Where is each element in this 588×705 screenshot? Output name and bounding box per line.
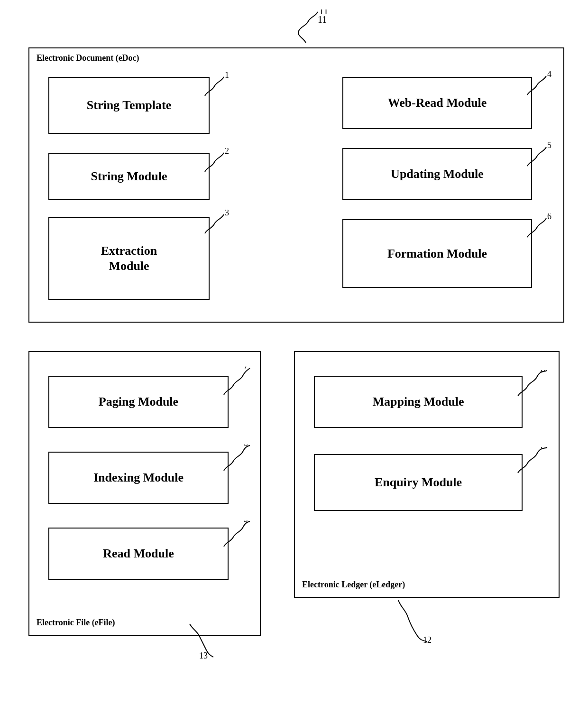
string-template-label: String Template (87, 98, 171, 112)
wavy-ref12: 12 (389, 598, 446, 645)
eledger-outer-box: Mapping Module 10 Enquiry Module 14 Elec… (294, 351, 560, 598)
efile-outer-box: Paging Module 7 Indexing Module 8 Read M… (28, 351, 261, 636)
svg-text:13: 13 (199, 651, 208, 659)
svg-text:2: 2 (225, 148, 229, 156)
svg-text:12: 12 (423, 635, 432, 645)
edoc-outer-box: Electronic Document (eDoc) String Templa… (28, 47, 564, 323)
ref-11: 11 (318, 14, 327, 25)
svg-text:6: 6 (547, 213, 551, 221)
mapping-module-box: Mapping Module (314, 376, 523, 428)
svg-text:9: 9 (244, 520, 248, 524)
efile-caption: Electronic File (eFile) (37, 618, 115, 628)
diagram: 11 11 Electronic Document (eDoc) String … (0, 0, 588, 705)
svg-text:3: 3 (225, 210, 229, 217)
mapping-module-label: Mapping Module (373, 394, 464, 409)
svg-text:1: 1 (225, 72, 229, 80)
enquiry-module-box: Enquiry Module (314, 454, 523, 511)
updating-module-label: Updating Module (391, 167, 484, 181)
svg-text:8: 8 (244, 445, 248, 448)
svg-text:4: 4 (547, 71, 551, 79)
extraction-module-label: ExtractionModule (101, 243, 157, 273)
formation-module-label: Formation Module (387, 246, 487, 261)
eledger-caption: Electronic Ledger (eLedger) (302, 580, 405, 590)
edoc-caption: Electronic Document (eDoc) (37, 53, 139, 63)
paging-module-label: Paging Module (99, 394, 178, 409)
svg-text:14: 14 (539, 447, 548, 450)
indexing-module-box: Indexing Module (48, 452, 229, 504)
indexing-module-label: Indexing Module (93, 470, 184, 485)
web-read-module-label: Web-Read Module (388, 95, 487, 110)
web-read-module-box: Web-Read Module (342, 77, 532, 129)
svg-text:7: 7 (244, 366, 248, 371)
read-module-box: Read Module (48, 528, 229, 580)
svg-text:5: 5 (547, 142, 551, 150)
string-module-label: String Module (91, 169, 167, 184)
read-module-label: Read Module (103, 546, 174, 561)
wavy-line-11: 11 (280, 9, 337, 47)
updating-module-box: Updating Module (342, 148, 532, 200)
paging-module-box: Paging Module (48, 376, 229, 428)
string-module-box: String Module (48, 153, 210, 200)
formation-module-box: Formation Module (342, 219, 532, 288)
extraction-module-box: ExtractionModule (48, 217, 210, 300)
svg-text:10: 10 (539, 370, 548, 373)
string-template-box: String Template (48, 77, 210, 134)
enquiry-module-label: Enquiry Module (375, 475, 462, 490)
